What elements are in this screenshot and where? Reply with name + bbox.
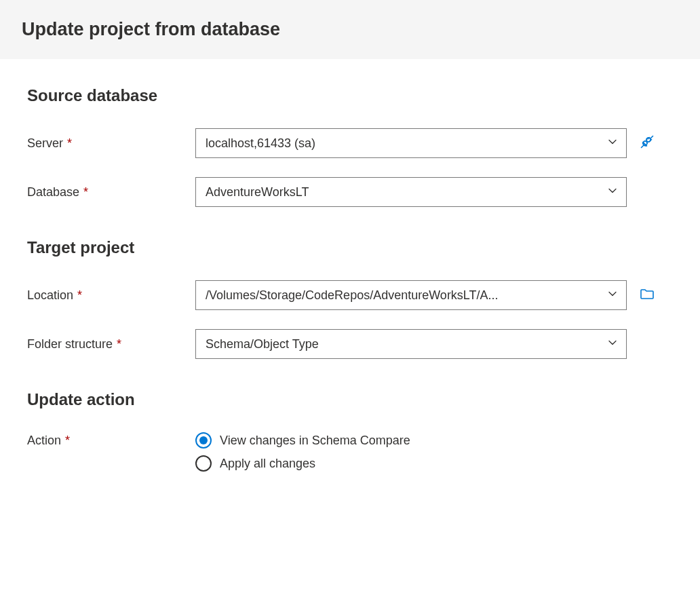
page-header: Update project from database [0,0,700,59]
label-folder-structure-text: Folder structure [27,337,113,351]
input-col-action: View changes in Schema Compare Apply all… [195,432,627,472]
form-container: Source database Server * localhost,61433… [0,59,700,499]
radio-inner-dot [199,436,208,444]
radio-indicator [195,455,212,472]
label-server-text: Server [27,136,63,151]
radio-view-changes[interactable]: View changes in Schema Compare [195,432,627,449]
browse-location-button[interactable] [627,286,667,305]
input-col-folder-structure: Schema/Object Type [195,329,627,359]
location-select[interactable]: /Volumes/Storage/CodeRepos/AdventureWork… [195,280,627,310]
radio-apply-all-label: Apply all changes [220,457,315,471]
label-folder-structure: Folder structure * [27,337,195,351]
required-asterisk: * [65,434,70,448]
heading-source-database: Source database [27,86,673,105]
heading-update-action: Update action [27,390,673,409]
section-target-project: Target project Location * /Volumes/Stora… [27,238,673,359]
required-asterisk: * [117,337,121,351]
required-asterisk: * [77,288,82,303]
database-select-value: AdventureWorksLT [206,185,309,199]
folder-icon [639,286,655,305]
row-action: Action * View changes in Schema Compare … [27,432,673,472]
input-col-database: AdventureWorksLT [195,177,627,207]
required-asterisk: * [83,185,88,199]
database-select[interactable]: AdventureWorksLT [195,177,627,207]
folder-structure-select-value: Schema/Object Type [206,337,319,351]
required-asterisk: * [67,136,72,151]
heading-target-project: Target project [27,238,673,257]
radio-indicator [195,432,212,449]
row-location: Location * /Volumes/Storage/CodeRepos/Ad… [27,280,673,310]
page-title: Update project from database [22,19,678,40]
chevron-down-icon [607,337,618,351]
radio-apply-all[interactable]: Apply all changes [195,455,627,472]
label-location: Location * [27,288,195,303]
input-col-server: localhost,61433 (sa) [195,128,627,158]
chevron-down-icon [607,185,618,199]
label-database: Database * [27,185,195,199]
location-select-value: /Volumes/Storage/CodeRepos/AdventureWork… [206,288,499,303]
action-radio-group: View changes in Schema Compare Apply all… [195,432,627,472]
label-location-text: Location [27,288,73,303]
folder-structure-select[interactable]: Schema/Object Type [195,329,627,359]
label-action: Action * [27,432,195,448]
radio-view-changes-label: View changes in Schema Compare [220,434,410,448]
label-database-text: Database [27,185,79,199]
chevron-down-icon [607,288,618,303]
label-server: Server * [27,136,195,151]
plug-icon [639,134,655,153]
section-update-action: Update action Action * View changes in S… [27,390,673,472]
connect-button[interactable] [627,134,667,153]
server-select-value: localhost,61433 (sa) [206,136,315,151]
section-source-database: Source database Server * localhost,61433… [27,86,673,207]
server-select[interactable]: localhost,61433 (sa) [195,128,627,158]
input-col-location: /Volumes/Storage/CodeRepos/AdventureWork… [195,280,627,310]
row-folder-structure: Folder structure * Schema/Object Type [27,329,673,359]
chevron-down-icon [607,136,618,151]
row-database: Database * AdventureWorksLT [27,177,673,207]
row-server: Server * localhost,61433 (sa) [27,128,673,158]
label-action-text: Action [27,434,61,448]
